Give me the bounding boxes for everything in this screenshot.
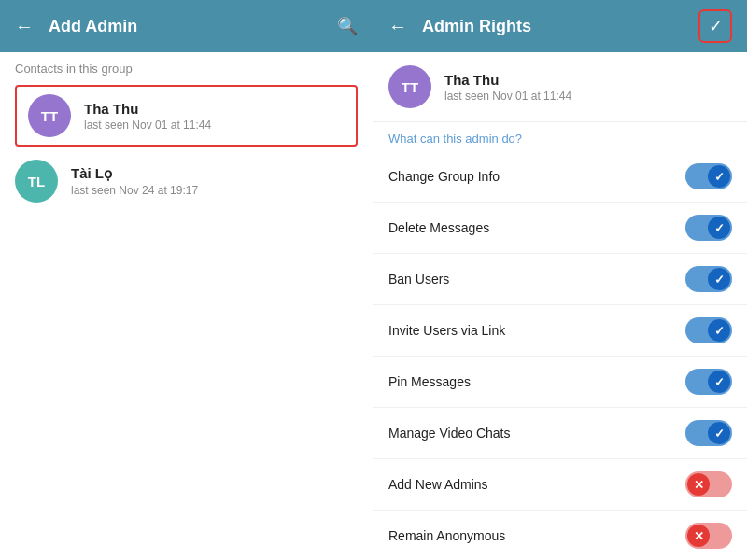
contact-info-tt: Tha Thulast seen Nov 01 at 11:44: [84, 101, 211, 132]
permissions-list: Change Group Info✓Delete Messages✓Ban Us…: [374, 151, 747, 560]
permission-item-6: Add New Admins✕: [374, 459, 747, 511]
avatar-tt: TT: [28, 94, 71, 137]
check-icon: ✓: [714, 324, 725, 338]
left-panel-title: Add Admin: [49, 17, 337, 36]
contact-info-tl: Tài Lọlast seen Nov 24 at 19:17: [71, 165, 198, 197]
permission-label-5: Manage Video Chats: [388, 426, 685, 441]
permission-item-5: Manage Video Chats✓: [374, 408, 747, 459]
toggle-track-4: ✓: [685, 369, 732, 395]
contact-item-tl[interactable]: TLTài Lọlast seen Nov 24 at 19:17: [0, 150, 373, 212]
check-icon: ✓: [714, 375, 725, 389]
toggle-6[interactable]: ✕: [685, 471, 732, 497]
section-question: What can this admin do?: [374, 122, 747, 151]
admin-status: last seen Nov 01 at 11:44: [444, 90, 571, 103]
toggle-4[interactable]: ✓: [685, 369, 732, 395]
contact-item-tt[interactable]: TTTha Thulast seen Nov 01 at 11:44: [15, 85, 358, 147]
toggle-thumb-0: ✓: [708, 165, 730, 188]
permission-item-7: Remain Anonymous✕: [374, 511, 747, 560]
permission-label-6: Add New Admins: [388, 477, 685, 492]
toggle-thumb-7: ✕: [687, 525, 710, 547]
toggle-track-0: ✓: [685, 163, 732, 189]
search-button[interactable]: 🔍: [337, 16, 358, 36]
toggle-track-3: ✓: [685, 317, 732, 343]
toggle-5[interactable]: ✓: [685, 420, 732, 446]
confirm-button[interactable]: ✓: [698, 9, 732, 43]
permission-item-1: Delete Messages✓: [374, 203, 747, 254]
toggle-thumb-2: ✓: [708, 268, 730, 290]
permission-label-3: Invite Users via Link: [388, 323, 685, 338]
contact-name-tt: Tha Thu: [84, 101, 211, 117]
contact-status-tl: last seen Nov 24 at 19:17: [71, 184, 198, 197]
x-icon: ✕: [694, 529, 704, 543]
check-icon: ✓: [714, 221, 725, 235]
permission-label-0: Change Group Info: [388, 169, 685, 184]
toggle-track-6: ✕: [685, 471, 732, 497]
toggle-7[interactable]: ✕: [685, 523, 732, 549]
permission-label-7: Remain Anonymous: [388, 528, 685, 543]
permission-item-3: Invite Users via Link✓: [374, 305, 747, 357]
check-icon: ✓: [714, 273, 725, 287]
check-icon: ✓: [714, 427, 725, 441]
permission-item-2: Ban Users✓: [374, 254, 747, 305]
avatar-tl: TL: [15, 160, 58, 203]
section-label: Contacts in this group: [0, 52, 373, 81]
left-back-button[interactable]: ←: [15, 16, 34, 37]
permission-label-1: Delete Messages: [388, 220, 685, 235]
toggle-1[interactable]: ✓: [685, 215, 732, 241]
right-panel-title: Admin Rights: [422, 17, 698, 36]
toggle-track-7: ✕: [685, 523, 732, 549]
contact-name-tl: Tài Lọ: [71, 165, 198, 182]
admin-name: Tha Thu: [444, 72, 571, 88]
left-panel: ← Add Admin 🔍 Contacts in this group TTT…: [0, 0, 374, 560]
right-header: ← Admin Rights ✓: [374, 0, 747, 52]
admin-profile: TT Tha Thu last seen Nov 01 at 11:44: [374, 52, 747, 122]
permission-item-4: Pin Messages✓: [374, 357, 747, 408]
contact-status-tt: last seen Nov 01 at 11:44: [84, 119, 211, 132]
toggle-thumb-5: ✓: [708, 422, 730, 444]
x-icon: ✕: [694, 478, 704, 492]
toggle-0[interactable]: ✓: [685, 163, 732, 189]
toggle-thumb-3: ✓: [708, 319, 730, 342]
admin-avatar: TT: [388, 65, 431, 108]
toggle-track-2: ✓: [685, 266, 732, 292]
permission-label-2: Ban Users: [388, 272, 685, 287]
permission-item-0: Change Group Info✓: [374, 151, 747, 203]
permission-label-4: Pin Messages: [388, 374, 685, 389]
right-back-button[interactable]: ←: [388, 16, 407, 37]
check-icon: ✓: [714, 170, 725, 184]
admin-info: Tha Thu last seen Nov 01 at 11:44: [444, 72, 571, 103]
toggle-2[interactable]: ✓: [685, 266, 732, 292]
right-panel: ← Admin Rights ✓ TT Tha Thu last seen No…: [374, 0, 747, 560]
toggle-thumb-4: ✓: [708, 371, 730, 393]
toggle-track-1: ✓: [685, 215, 732, 241]
toggle-3[interactable]: ✓: [685, 317, 732, 343]
toggle-thumb-1: ✓: [708, 217, 730, 239]
toggle-thumb-6: ✕: [687, 473, 710, 496]
contacts-list: TTTha Thulast seen Nov 01 at 11:44TLTài …: [0, 81, 373, 212]
left-header: ← Add Admin 🔍: [0, 0, 373, 52]
toggle-track-5: ✓: [685, 420, 732, 446]
